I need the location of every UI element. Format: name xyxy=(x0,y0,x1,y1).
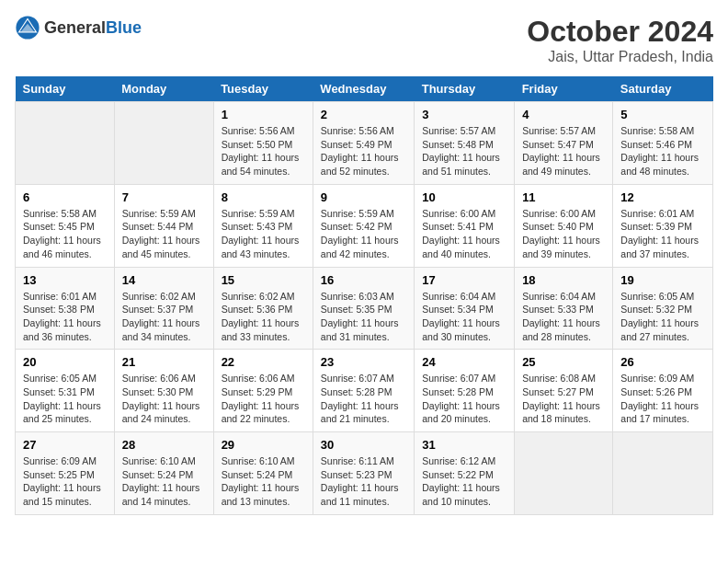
day-info: Sunrise: 6:01 AM Sunset: 5:38 PM Dayligh… xyxy=(23,290,107,344)
logo-general: General xyxy=(44,18,106,38)
day-number: 1 xyxy=(222,108,305,121)
day-info: Sunrise: 6:08 AM Sunset: 5:27 PM Dayligh… xyxy=(522,372,605,426)
logo-blue: Blue xyxy=(106,18,142,38)
day-number: 25 xyxy=(522,355,605,369)
day-number: 19 xyxy=(620,273,705,287)
week-row-2: 6Sunrise: 5:58 AM Sunset: 5:45 PM Daylig… xyxy=(16,184,713,267)
header: General Blue October 2024 Jais, Uttar Pr… xyxy=(15,15,713,65)
calendar-cell: 31Sunrise: 6:12 AM Sunset: 5:22 PM Dayli… xyxy=(415,432,515,515)
day-number: 20 xyxy=(23,355,107,369)
day-number: 13 xyxy=(23,273,107,287)
calendar-cell: 2Sunrise: 5:56 AM Sunset: 5:49 PM Daylig… xyxy=(313,102,414,185)
calendar-table: Sunday Monday Tuesday Wednesday Thursday… xyxy=(15,76,713,515)
day-number: 26 xyxy=(620,355,705,369)
calendar-cell: 19Sunrise: 6:05 AM Sunset: 5:32 PM Dayli… xyxy=(613,267,713,350)
header-wednesday: Wednesday xyxy=(313,76,414,102)
calendar-subtitle: Jais, Uttar Pradesh, India xyxy=(527,49,713,65)
calendar-cell: 1Sunrise: 5:56 AM Sunset: 5:50 PM Daylig… xyxy=(213,102,313,185)
header-row: Sunday Monday Tuesday Wednesday Thursday… xyxy=(16,76,713,102)
header-monday: Monday xyxy=(114,76,213,102)
calendar-cell: 27Sunrise: 6:09 AM Sunset: 5:25 PM Dayli… xyxy=(16,432,115,515)
day-number: 6 xyxy=(23,190,107,204)
day-number: 30 xyxy=(321,438,406,452)
day-info: Sunrise: 6:07 AM Sunset: 5:28 PM Dayligh… xyxy=(422,372,506,426)
day-number: 9 xyxy=(321,190,406,204)
calendar-cell xyxy=(515,432,613,515)
day-info: Sunrise: 6:01 AM Sunset: 5:39 PM Dayligh… xyxy=(620,207,705,261)
day-number: 18 xyxy=(522,273,605,287)
calendar-cell: 17Sunrise: 6:04 AM Sunset: 5:34 PM Dayli… xyxy=(415,267,515,350)
calendar-cell: 28Sunrise: 6:10 AM Sunset: 5:24 PM Dayli… xyxy=(114,432,213,515)
day-info: Sunrise: 5:59 AM Sunset: 5:42 PM Dayligh… xyxy=(321,207,406,261)
calendar-cell: 10Sunrise: 6:00 AM Sunset: 5:41 PM Dayli… xyxy=(415,184,515,267)
day-info: Sunrise: 5:57 AM Sunset: 5:48 PM Dayligh… xyxy=(422,124,506,178)
day-info: Sunrise: 6:04 AM Sunset: 5:34 PM Dayligh… xyxy=(422,290,506,344)
day-info: Sunrise: 6:02 AM Sunset: 5:37 PM Dayligh… xyxy=(122,290,206,344)
calendar-cell: 25Sunrise: 6:08 AM Sunset: 5:27 PM Dayli… xyxy=(515,350,613,432)
day-number: 27 xyxy=(23,438,107,452)
calendar-cell: 12Sunrise: 6:01 AM Sunset: 5:39 PM Dayli… xyxy=(613,184,713,267)
calendar-cell: 4Sunrise: 5:57 AM Sunset: 5:47 PM Daylig… xyxy=(515,102,613,185)
day-info: Sunrise: 6:07 AM Sunset: 5:28 PM Dayligh… xyxy=(321,372,406,426)
day-info: Sunrise: 5:59 AM Sunset: 5:43 PM Dayligh… xyxy=(222,207,305,261)
calendar-cell: 21Sunrise: 6:06 AM Sunset: 5:30 PM Dayli… xyxy=(114,350,213,432)
calendar-cell: 11Sunrise: 6:00 AM Sunset: 5:40 PM Dayli… xyxy=(515,184,613,267)
logo: General Blue xyxy=(15,15,142,40)
calendar-cell: 22Sunrise: 6:06 AM Sunset: 5:29 PM Dayli… xyxy=(213,350,313,432)
day-number: 29 xyxy=(222,438,305,452)
header-thursday: Thursday xyxy=(415,76,515,102)
day-number: 10 xyxy=(422,190,506,204)
week-row-1: 1Sunrise: 5:56 AM Sunset: 5:50 PM Daylig… xyxy=(16,102,713,185)
calendar-cell: 8Sunrise: 5:59 AM Sunset: 5:43 PM Daylig… xyxy=(213,184,313,267)
day-info: Sunrise: 6:09 AM Sunset: 5:26 PM Dayligh… xyxy=(620,372,705,426)
week-row-4: 20Sunrise: 6:05 AM Sunset: 5:31 PM Dayli… xyxy=(16,350,713,432)
day-number: 7 xyxy=(122,190,206,204)
calendar-cell: 13Sunrise: 6:01 AM Sunset: 5:38 PM Dayli… xyxy=(16,267,115,350)
day-number: 16 xyxy=(321,273,406,287)
day-number: 2 xyxy=(321,108,406,121)
calendar-cell xyxy=(613,432,713,515)
calendar-title: October 2024 xyxy=(527,15,713,49)
day-number: 21 xyxy=(122,355,206,369)
calendar-cell: 3Sunrise: 5:57 AM Sunset: 5:48 PM Daylig… xyxy=(415,102,515,185)
calendar-cell: 14Sunrise: 6:02 AM Sunset: 5:37 PM Dayli… xyxy=(114,267,213,350)
calendar-cell: 16Sunrise: 6:03 AM Sunset: 5:35 PM Dayli… xyxy=(313,267,414,350)
header-saturday: Saturday xyxy=(613,76,713,102)
day-number: 5 xyxy=(620,108,705,121)
day-info: Sunrise: 6:02 AM Sunset: 5:36 PM Dayligh… xyxy=(222,290,305,344)
day-info: Sunrise: 5:58 AM Sunset: 5:46 PM Dayligh… xyxy=(620,124,705,178)
calendar-cell: 5Sunrise: 5:58 AM Sunset: 5:46 PM Daylig… xyxy=(613,102,713,185)
day-number: 14 xyxy=(122,273,206,287)
calendar-cell: 29Sunrise: 6:10 AM Sunset: 5:24 PM Dayli… xyxy=(213,432,313,515)
day-info: Sunrise: 6:03 AM Sunset: 5:35 PM Dayligh… xyxy=(321,290,406,344)
week-row-3: 13Sunrise: 6:01 AM Sunset: 5:38 PM Dayli… xyxy=(16,267,713,350)
day-info: Sunrise: 6:05 AM Sunset: 5:32 PM Dayligh… xyxy=(620,290,705,344)
week-row-5: 27Sunrise: 6:09 AM Sunset: 5:25 PM Dayli… xyxy=(16,432,713,515)
day-number: 8 xyxy=(222,190,305,204)
calendar-cell: 30Sunrise: 6:11 AM Sunset: 5:23 PM Dayli… xyxy=(313,432,414,515)
calendar-cell xyxy=(16,102,115,185)
title-area: October 2024 Jais, Uttar Pradesh, India xyxy=(527,15,713,65)
day-number: 11 xyxy=(522,190,605,204)
calendar-cell: 26Sunrise: 6:09 AM Sunset: 5:26 PM Dayli… xyxy=(613,350,713,432)
day-info: Sunrise: 6:10 AM Sunset: 5:24 PM Dayligh… xyxy=(122,454,206,509)
header-friday: Friday xyxy=(515,76,613,102)
day-number: 15 xyxy=(222,273,305,287)
day-info: Sunrise: 6:09 AM Sunset: 5:25 PM Dayligh… xyxy=(23,454,107,509)
day-info: Sunrise: 5:57 AM Sunset: 5:47 PM Dayligh… xyxy=(522,124,605,178)
day-number: 4 xyxy=(522,108,605,121)
day-number: 22 xyxy=(222,355,305,369)
calendar-cell: 15Sunrise: 6:02 AM Sunset: 5:36 PM Dayli… xyxy=(213,267,313,350)
calendar-cell: 7Sunrise: 5:59 AM Sunset: 5:44 PM Daylig… xyxy=(114,184,213,267)
day-info: Sunrise: 6:11 AM Sunset: 5:23 PM Dayligh… xyxy=(321,454,406,509)
day-number: 24 xyxy=(422,355,506,369)
calendar-body: 1Sunrise: 5:56 AM Sunset: 5:50 PM Daylig… xyxy=(16,102,713,515)
day-info: Sunrise: 6:00 AM Sunset: 5:40 PM Dayligh… xyxy=(522,207,605,261)
day-number: 3 xyxy=(422,108,506,121)
calendar-cell: 9Sunrise: 5:59 AM Sunset: 5:42 PM Daylig… xyxy=(313,184,414,267)
day-info: Sunrise: 6:00 AM Sunset: 5:41 PM Dayligh… xyxy=(422,207,506,261)
day-number: 12 xyxy=(620,190,705,204)
calendar-cell: 6Sunrise: 5:58 AM Sunset: 5:45 PM Daylig… xyxy=(16,184,115,267)
day-info: Sunrise: 5:58 AM Sunset: 5:45 PM Dayligh… xyxy=(23,207,107,261)
day-number: 17 xyxy=(422,273,506,287)
